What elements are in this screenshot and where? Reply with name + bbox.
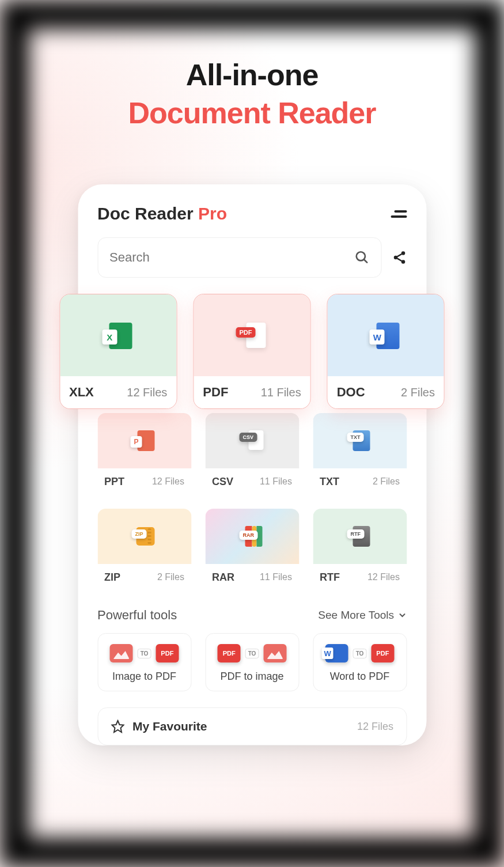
big-category-row: X XLX12 Files PDF PDF11 Files [59, 294, 445, 409]
pdf-mini-icon: PDF [218, 644, 241, 662]
rar-icon: RAR [240, 524, 265, 549]
to-badge: TO [353, 649, 367, 658]
search-box[interactable] [97, 237, 381, 278]
category-count: 11 Files [261, 386, 301, 399]
doc-art: W [328, 294, 444, 376]
category-pdf[interactable]: PDF PDF11 Files [193, 294, 310, 409]
category-xlx[interactable]: X XLX12 Files [59, 294, 177, 409]
small-category-grid: P PPT12 Files CSV CSV11 Files [97, 413, 407, 590]
ppt-icon: P [132, 428, 157, 453]
to-badge: TO [245, 649, 259, 658]
pdf-mini-icon: PDF [371, 644, 394, 662]
image-icon [110, 644, 133, 662]
see-more-label: See More Tools [318, 609, 394, 622]
svg-point-2 [393, 256, 397, 260]
see-more-tools[interactable]: See More Tools [318, 609, 407, 622]
category-name: ZIP [104, 571, 120, 584]
chevron-down-icon [397, 611, 407, 620]
tool-word-to-pdf[interactable]: TO PDF Word to PDF [313, 633, 407, 691]
category-doc[interactable]: W DOC2 Files [327, 294, 445, 409]
favourite-title: My Favourite [132, 720, 207, 733]
category-zip[interactable]: ZIP ZIP2 Files [97, 509, 191, 590]
category-count: 11 Files [260, 476, 292, 487]
category-count: 11 Files [260, 572, 292, 582]
category-name: RTF [320, 571, 340, 584]
search-input[interactable] [109, 250, 354, 265]
svg-point-3 [401, 251, 405, 255]
tools-row: TO PDF Image to PDF PDF TO PDF to image … [97, 633, 407, 691]
category-count: 2 Files [401, 386, 435, 399]
search-icon[interactable] [354, 250, 369, 265]
image-icon [263, 644, 286, 662]
category-count: 2 Files [373, 476, 400, 487]
tools-header: Powerful tools See More Tools [97, 608, 407, 623]
rtf-icon: RTF [347, 524, 373, 549]
category-rar[interactable]: RAR RAR11 Files [205, 509, 299, 590]
pdf-art: PDF [194, 294, 310, 376]
pdf-icon: PDF [236, 319, 268, 351]
category-name: DOC [337, 385, 365, 400]
favourite-count: 12 Files [357, 721, 393, 733]
word-mini-icon [325, 644, 348, 662]
doc-icon: W [370, 319, 402, 351]
category-txt[interactable]: TXT TXT2 Files [313, 413, 407, 495]
category-name: XLX [69, 385, 94, 400]
category-name: PPT [104, 476, 124, 488]
xlx-art: X [60, 294, 176, 376]
category-count: 12 Files [152, 476, 184, 487]
category-name: TXT [320, 476, 339, 488]
share-icon[interactable] [392, 250, 407, 265]
category-name: RAR [212, 571, 234, 584]
tool-label: Image to PDF [112, 671, 176, 683]
headline-line2: Document Reader [29, 96, 475, 130]
svg-marker-5 [112, 721, 123, 732]
app-title: Doc Reader Pro [97, 204, 227, 224]
tool-pdf-to-image[interactable]: PDF TO PDF to image [205, 633, 299, 691]
csv-icon: CSV [240, 428, 265, 453]
category-rtf[interactable]: RTF RTF12 Files [313, 509, 407, 590]
tool-label: Word to PDF [330, 671, 390, 683]
app-screen: Doc Reader Pro X XLX12 Files [78, 184, 426, 745]
xlx-icon: X [102, 319, 134, 351]
headline-line1: All-in-one [29, 58, 475, 92]
app-title-pro: Pro [198, 204, 227, 223]
tool-label: PDF to image [220, 671, 283, 683]
tool-image-to-pdf[interactable]: TO PDF Image to PDF [97, 633, 191, 691]
to-badge: TO [138, 649, 151, 658]
app-title-base: Doc Reader [97, 204, 198, 223]
txt-icon: TXT [347, 428, 373, 453]
my-favourite-card[interactable]: My Favourite 12 Files [97, 707, 407, 745]
marketing-headline: All-in-one Document Reader [29, 58, 475, 130]
tools-title: Powerful tools [97, 608, 177, 623]
svg-line-1 [363, 259, 366, 262]
star-icon [111, 720, 124, 733]
zip-icon: ZIP [132, 524, 157, 549]
category-csv[interactable]: CSV CSV11 Files [205, 413, 299, 495]
category-name: CSV [212, 476, 233, 488]
category-count: 12 Files [367, 572, 400, 582]
category-count: 2 Files [157, 572, 184, 582]
pdf-mini-icon: PDF [156, 644, 179, 662]
category-ppt[interactable]: P PPT12 Files [97, 413, 191, 495]
category-name: PDF [203, 385, 228, 400]
svg-point-4 [401, 260, 405, 264]
category-count: 12 Files [127, 386, 167, 399]
menu-icon[interactable] [392, 208, 407, 219]
